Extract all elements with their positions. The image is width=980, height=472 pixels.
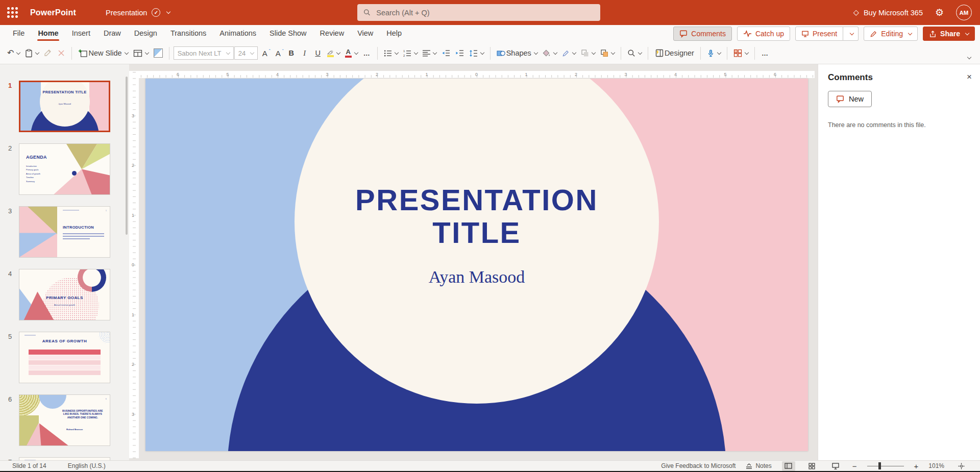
fit-slide-to-window-button[interactable] (954, 461, 968, 471)
slide-thumbnail-2[interactable]: AGENDA Introduction Primary goals Areas … (19, 143, 110, 195)
slide-editor[interactable]: PRESENTATION TITLE Ayan Masood (145, 79, 808, 451)
dictate-button[interactable] (705, 45, 723, 61)
present-button[interactable]: Present (795, 27, 843, 41)
slide-thumbnail-5[interactable]: AREAS OF GROWTH (19, 332, 110, 383)
slide-sorter-view-button[interactable] (805, 461, 819, 471)
feedback-link[interactable]: Give Feedback to Microsoft (661, 462, 736, 469)
app-name[interactable]: PowerPoint (30, 8, 76, 17)
font-size-combo[interactable]: 24 (234, 46, 258, 60)
slideshow-view-button[interactable] (829, 461, 842, 471)
more-font-options-button[interactable]: … (361, 45, 373, 61)
thumbnail-title: AREAS OF GROWTH (32, 339, 98, 343)
menu-design[interactable]: Design (128, 25, 164, 42)
find-button[interactable] (625, 45, 644, 61)
menu-slide-show[interactable]: Slide Show (263, 25, 313, 42)
grow-font-button[interactable]: Aˆ (259, 45, 271, 61)
slide-layout-button[interactable] (131, 45, 151, 61)
app-launcher-icon[interactable] (7, 7, 18, 18)
search-box[interactable] (357, 4, 600, 21)
zoom-slider[interactable] (867, 462, 904, 469)
close-icon[interactable]: × (967, 72, 972, 81)
account-avatar[interactable]: AM (956, 5, 972, 20)
bold-button[interactable]: B (285, 45, 298, 61)
arrange-button[interactable] (598, 45, 617, 61)
increase-indent-button[interactable] (453, 45, 466, 61)
notes-toggle[interactable]: Notes (746, 462, 771, 469)
toolbar-divider (727, 47, 727, 60)
slide-thumbnail-6[interactable]: 6 BUSINESS OPPORTUNITIES ARE LIKE BUSES.… (19, 394, 110, 446)
toolbar-divider (754, 47, 755, 60)
zoom-slider-handle[interactable] (878, 462, 881, 469)
thumbnail-attribution: Richard Branson (59, 428, 106, 431)
shape-outline-button[interactable] (560, 45, 578, 61)
reset-slide-button[interactable] (152, 45, 165, 61)
font-color-button[interactable]: A (343, 45, 360, 61)
agenda-item: Primary goals (26, 168, 40, 171)
slide-indicator[interactable]: Slide 1 of 14 (12, 462, 46, 469)
share-button[interactable]: Share (923, 27, 975, 41)
menu-view[interactable]: View (351, 25, 380, 42)
thumbnail-subtitle: Annual revenue growth (34, 304, 95, 306)
zoom-out-button[interactable]: − (852, 462, 857, 470)
slide-subtitle[interactable]: Ayan Masood (145, 267, 808, 287)
zoom-level[interactable]: 101% (928, 462, 944, 469)
search-input[interactable] (375, 8, 594, 17)
menu-home[interactable]: Home (31, 25, 65, 42)
ribbon-overflow-button[interactable]: … (759, 45, 771, 61)
menu-draw[interactable]: Draw (97, 25, 128, 42)
slide-title-line2[interactable]: TITLE (145, 215, 808, 250)
undo-button[interactable]: ↶ (5, 45, 22, 61)
shape-effects-button[interactable] (579, 45, 597, 61)
comments-button[interactable]: Comments (673, 27, 732, 41)
menu-animations[interactable]: Animations (213, 25, 263, 42)
font-name-combo[interactable]: Sabon Next LT (174, 46, 234, 60)
underline-button[interactable]: U (312, 45, 324, 61)
menu-transitions[interactable]: Transitions (164, 25, 213, 42)
language-indicator[interactable]: English (U.S.) (68, 462, 106, 469)
ruler-number: 1 (132, 212, 134, 218)
decrease-indent-button[interactable] (439, 45, 452, 61)
new-slide-button[interactable]: New Slide (76, 45, 130, 61)
slide-thumbnail-4[interactable]: PRIMARY GOALS Annual revenue growth (19, 269, 110, 320)
grid-view-icon (808, 463, 815, 469)
slide-thumbnail-1[interactable]: PRESENTATION TITLE Ayan Masood (19, 81, 110, 132)
present-dropdown[interactable] (843, 27, 859, 41)
collapse-ribbon-button[interactable] (962, 49, 975, 63)
text-highlight-button[interactable] (325, 45, 342, 61)
numbering-button[interactable]: 1 2 (401, 45, 420, 61)
thumbnail-scrollbar[interactable] (126, 77, 128, 235)
catch-up-button[interactable]: Catch up (737, 27, 790, 41)
new-comment-button[interactable]: New (828, 91, 872, 107)
normal-view-button[interactable] (782, 461, 795, 471)
document-title-text: Presentation (106, 9, 147, 17)
menu-review[interactable]: Review (313, 25, 351, 42)
designer-button[interactable]: Designer (652, 45, 696, 61)
bullets-button[interactable] (382, 45, 400, 61)
new-slide-icon (78, 49, 87, 58)
slide-title-line1[interactable]: PRESENTATION (145, 183, 808, 217)
slide-layout-gallery-button[interactable] (731, 45, 750, 61)
align-button[interactable] (421, 45, 438, 61)
ruler-number: 4 (276, 71, 279, 78)
slide-thumbnail-3[interactable]: 1 INTRODUCTION (19, 206, 110, 258)
numbering-icon: 1 2 (403, 49, 411, 57)
align-icon (423, 49, 430, 57)
chevron-down-icon (480, 50, 484, 54)
agenda-item: Areas of growth (26, 172, 40, 176)
comment-icon (836, 95, 844, 103)
italic-button[interactable]: I (299, 45, 311, 61)
document-title[interactable]: Presentation ✓ (106, 8, 170, 17)
zoom-in-button[interactable]: + (914, 462, 919, 470)
shape-fill-button[interactable] (541, 45, 559, 61)
shapes-button[interactable]: Shapes (495, 45, 540, 61)
ruler-number: 6 (774, 71, 776, 78)
paste-button[interactable] (23, 45, 41, 61)
shrink-font-button[interactable]: Aˇ (272, 45, 284, 61)
buy-microsoft-365-button[interactable]: ◇ Buy Microsoft 365 (853, 9, 923, 17)
menu-file[interactable]: File (6, 25, 31, 42)
editing-mode-button[interactable]: Editing (864, 27, 918, 41)
menu-insert[interactable]: Insert (65, 25, 97, 42)
settings-gear-icon[interactable]: ⚙ (935, 8, 944, 17)
line-spacing-button[interactable] (467, 45, 486, 61)
menu-help[interactable]: Help (380, 25, 408, 42)
